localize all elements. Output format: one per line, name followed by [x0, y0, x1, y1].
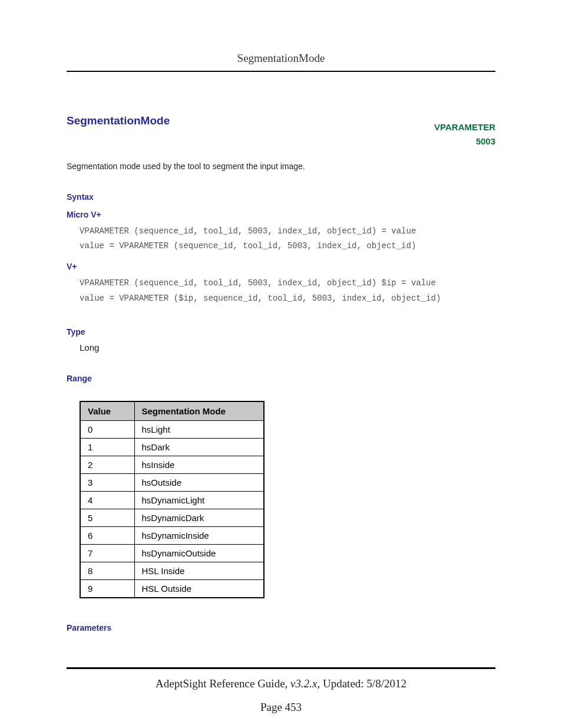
table-header-value: Value	[80, 401, 134, 421]
parameter-tag-number: 5003	[434, 134, 495, 149]
table-cell-mode: hsDynamicLight	[134, 491, 264, 509]
table-row: 0hsLight	[80, 420, 264, 438]
table-row: 4hsDynamicLight	[80, 491, 264, 509]
table-cell-value: 9	[80, 579, 134, 598]
table-header-mode: Segmentation Mode	[134, 401, 264, 421]
running-header: SegmentationMode	[67, 52, 495, 65]
table-cell-mode: HSL Outside	[134, 579, 264, 598]
table-cell-value: 3	[80, 473, 134, 491]
parameter-tag-name: VPARAMETER	[434, 120, 495, 134]
table-cell-value: 4	[80, 491, 134, 509]
footer-updated: , Updated: 5/8/2012	[317, 677, 406, 690]
table-cell-value: 1	[80, 438, 134, 456]
table-cell-value: 5	[80, 509, 134, 526]
micro-vplus-code: VPARAMETER (sequence_id, tool_id, 5003, …	[80, 224, 495, 253]
footer-text: AdeptSight Reference Guide, v3.2.x, Upda…	[67, 677, 495, 690]
table-cell-mode: hsDynamicDark	[134, 509, 264, 526]
type-value: Long	[80, 342, 495, 353]
table-cell-mode: hsDynamicInside	[134, 526, 264, 544]
page-number: Page 453	[0, 701, 562, 714]
range-table: Value Segmentation Mode 0hsLight1hsDark2…	[80, 401, 265, 598]
table-cell-mode: hsInside	[134, 456, 264, 473]
table-cell-value: 0	[80, 420, 134, 438]
footer-guide-name: AdeptSight Reference Guide	[156, 677, 285, 690]
footer: AdeptSight Reference Guide, v3.2.x, Upda…	[67, 667, 495, 690]
table-row: 1hsDark	[80, 438, 264, 456]
table-cell-value: 6	[80, 526, 134, 544]
table-cell-value: 7	[80, 544, 134, 562]
table-cell-mode: hsLight	[134, 420, 264, 438]
parameter-tag: VPARAMETER 5003	[434, 120, 495, 149]
table-row: 5hsDynamicDark	[80, 509, 264, 526]
footer-version: , v3.2.x	[285, 677, 318, 690]
syntax-heading: Syntax	[67, 192, 495, 202]
description-text: Segmentation mode used by the tool to se…	[67, 162, 495, 171]
table-cell-mode: hsDark	[134, 438, 264, 456]
table-cell-value: 2	[80, 456, 134, 473]
table-row: 6hsDynamicInside	[80, 526, 264, 544]
table-header-row: Value Segmentation Mode	[80, 401, 264, 421]
vplus-code: VPARAMETER (sequence_id, tool_id, 5003, …	[80, 276, 495, 305]
footer-rule	[67, 667, 495, 669]
table-cell-mode: HSL Inside	[134, 562, 264, 579]
header-rule	[67, 71, 495, 72]
table-row: 2hsInside	[80, 456, 264, 473]
table-cell-mode: hsOutside	[134, 473, 264, 491]
table-row: 9HSL Outside	[80, 579, 264, 598]
table-row: 7hsDynamicOutside	[80, 544, 264, 562]
type-heading: Type	[67, 327, 495, 337]
range-heading: Range	[67, 374, 495, 383]
table-row: 3hsOutside	[80, 473, 264, 491]
table-row: 8HSL Inside	[80, 562, 264, 579]
table-cell-mode: hsDynamicOutside	[134, 544, 264, 562]
parameters-heading: Parameters	[67, 623, 495, 633]
vplus-heading: V+	[67, 262, 495, 271]
table-cell-value: 8	[80, 562, 134, 579]
micro-vplus-heading: Micro V+	[67, 210, 495, 219]
page-title: SegmentationMode	[67, 114, 495, 127]
